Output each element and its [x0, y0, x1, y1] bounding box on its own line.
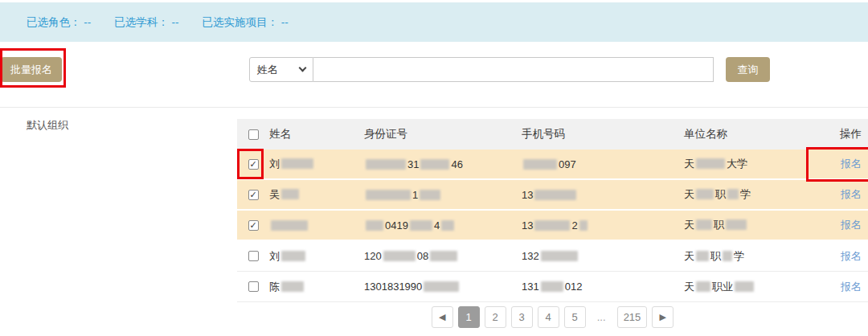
- redacted-text: [410, 220, 432, 231]
- row-checkbox[interactable]: [248, 251, 259, 261]
- cell-text: 职: [715, 188, 726, 200]
- cell-text: 13: [522, 189, 533, 201]
- signup-link[interactable]: 报名: [841, 188, 862, 200]
- cell-phone: 132: [522, 250, 684, 262]
- cell-text: 131: [522, 281, 539, 293]
- search-input[interactable]: [313, 57, 714, 82]
- redacted-text: [281, 251, 305, 261]
- search-field-select[interactable]: 姓名: [249, 57, 313, 82]
- cell-phone: 097: [522, 158, 684, 170]
- redacted-text: [534, 220, 570, 231]
- topbar-status: 已选角色： --已选学科： --已选实施项目： --: [0, 2, 868, 42]
- cell-name: [269, 219, 364, 232]
- pagination-page-3[interactable]: 3: [511, 306, 533, 328]
- signup-link[interactable]: 报名: [841, 250, 862, 262]
- cell-id_number: 3146: [364, 158, 522, 170]
- redacted-text: [696, 189, 714, 199]
- redacted-text: [727, 189, 739, 199]
- cell-unit: 天职: [684, 218, 830, 232]
- org-tree-item-default[interactable]: 默认组织: [27, 118, 68, 133]
- cell-text: 刘: [269, 158, 280, 170]
- pagination-page-215[interactable]: 215: [617, 306, 648, 328]
- redacted-text: [696, 158, 725, 169]
- pagination-next-button[interactable]: ▶: [652, 306, 674, 328]
- signup-link[interactable]: 报名: [841, 158, 862, 170]
- cell-id_number: 1301831990: [364, 281, 522, 293]
- search-bar: 姓名: [249, 57, 714, 82]
- cell-text: 刘: [269, 250, 280, 262]
- table-header: 姓名 身份证号 手机号码 单位名称 操作: [237, 119, 868, 150]
- table-row: ✓04194132天职报名: [237, 211, 868, 241]
- cell-text: 08: [417, 250, 428, 262]
- cell-text: 132: [522, 250, 539, 262]
- cell-name: 刘: [269, 157, 364, 171]
- row-checkbox[interactable]: ✓: [248, 159, 259, 170]
- members-table: 姓名 身份证号 手机号码 单位名称 操作 ✓刘3146097天大学报名✓吴113…: [237, 119, 868, 302]
- status-item: 已选学科： --: [114, 15, 178, 30]
- redacted-text: [366, 159, 406, 170]
- redacted-text: [281, 281, 304, 292]
- table-row: 刘12008132天职学报名: [237, 241, 868, 272]
- cell-text: 天: [684, 250, 694, 262]
- cell-text: 2: [571, 219, 577, 232]
- redacted-text: [696, 281, 710, 292]
- select-all-checkbox[interactable]: [248, 129, 259, 140]
- redacted-text: [366, 220, 383, 231]
- cell-text: 1: [412, 189, 418, 201]
- search-field-select-value: 姓名: [257, 63, 278, 77]
- row-checkbox[interactable]: ✓: [248, 190, 259, 200]
- header-id: 身份证号: [364, 127, 522, 141]
- cell-name: 刘: [269, 249, 364, 264]
- header-name: 姓名: [269, 127, 364, 141]
- redacted-text: [420, 159, 449, 170]
- redacted-text: [723, 251, 732, 261]
- redacted-text: [420, 190, 440, 200]
- cell-phone: 13: [522, 189, 684, 201]
- pagination-page-5[interactable]: 5: [564, 306, 586, 328]
- redacted-text: [383, 251, 416, 261]
- cell-id_number: 1: [364, 189, 522, 201]
- cell-name: 吴: [269, 187, 364, 202]
- table-row: ✓刘3146097天大学报名: [237, 150, 868, 180]
- redacted-text: [366, 190, 411, 200]
- cell-text: 学: [740, 188, 751, 200]
- cell-text: 大学: [727, 158, 747, 170]
- redacted-text: [726, 219, 747, 230]
- chevron-down-icon: [299, 64, 307, 72]
- redacted-text: [696, 219, 712, 230]
- cell-text: 0419: [385, 219, 408, 232]
- row-checkbox[interactable]: [248, 281, 259, 292]
- redacted-text: [696, 251, 709, 261]
- pagination-prev-button[interactable]: ◀: [432, 306, 453, 328]
- redacted-text: [541, 281, 563, 292]
- page: 已选角色： --已选学科： --已选实施项目： -- 批量报名 姓名 查询 默认…: [0, 0, 868, 336]
- cell-text: 46: [451, 158, 462, 170]
- cell-phone: 131012: [522, 281, 684, 293]
- redacted-text: [735, 281, 754, 292]
- cell-unit: 天大学: [684, 157, 830, 171]
- cell-text: 职: [714, 219, 724, 231]
- redacted-text: [541, 251, 578, 261]
- batch-signup-button[interactable]: 批量报名: [1, 57, 62, 82]
- row-checkbox[interactable]: ✓: [248, 220, 259, 231]
- cell-text: 120: [364, 250, 382, 262]
- signup-link[interactable]: 报名: [841, 219, 862, 231]
- header-action: 操作: [830, 127, 868, 141]
- pagination-ellipsis: ...: [591, 306, 612, 328]
- redacted-text: [424, 281, 459, 292]
- cell-text: 吴: [269, 188, 280, 200]
- section-divider: [0, 107, 868, 108]
- cell-text: 陈: [269, 281, 280, 293]
- pagination-page-4[interactable]: 4: [538, 306, 559, 328]
- redacted-text: [271, 220, 308, 231]
- cell-text: 31: [407, 158, 419, 170]
- signup-link[interactable]: 报名: [841, 281, 862, 293]
- query-button[interactable]: 查询: [726, 57, 770, 82]
- cell-text: 天: [684, 281, 694, 293]
- cell-text: 职业: [712, 281, 733, 293]
- pagination-page-2[interactable]: 2: [485, 306, 506, 328]
- table-body: ✓刘3146097天大学报名✓吴113天职学报名✓04194132天职报名刘12…: [237, 150, 868, 302]
- table-row: ✓吴113天职学报名: [237, 180, 868, 211]
- cell-text: 天: [684, 158, 694, 170]
- pagination-page-1[interactable]: 1: [458, 306, 480, 328]
